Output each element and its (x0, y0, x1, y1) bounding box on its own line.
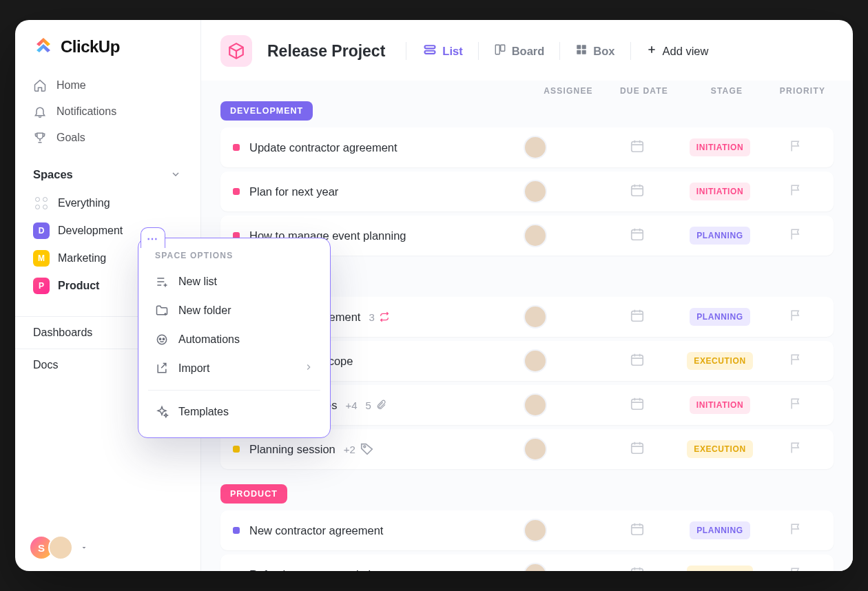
task-row[interactable]: Update contractor agreement INITIATION (220, 127, 834, 167)
primary-nav: Home Notifications Goals (15, 70, 200, 158)
svg-rect-7 (582, 50, 586, 54)
group-pill[interactable]: DEVELOPMENT (220, 101, 313, 121)
assignee-avatar[interactable] (524, 519, 547, 542)
assignee-avatar[interactable] (524, 393, 547, 417)
due-date-placeholder[interactable] (599, 566, 675, 571)
view-tab-board[interactable]: Board (493, 41, 546, 61)
task-group: PRODUCT New contractor agreement PLANNIN… (220, 484, 834, 571)
assignee-avatar[interactable] (524, 305, 547, 329)
task-row[interactable]: Refresh company website EXECUTION (220, 554, 834, 571)
list-view-icon (423, 43, 437, 59)
col-stage: STAGE (682, 86, 772, 96)
spaces-header[interactable]: Spaces (15, 158, 200, 187)
space-label: Development (58, 225, 123, 237)
space-chip: P (33, 278, 50, 294)
popover-new-list[interactable]: New list (145, 267, 323, 296)
col-due-date: DUE DATE (606, 86, 682, 96)
box-view-icon (575, 43, 588, 59)
due-date-placeholder[interactable] (599, 396, 675, 414)
priority-placeholder[interactable] (765, 522, 827, 539)
svg-rect-13 (632, 400, 643, 410)
bell-icon (33, 105, 47, 118)
due-date-placeholder[interactable] (599, 308, 675, 326)
stage-badge[interactable]: INITIATION (690, 396, 750, 414)
nav-label: Home (56, 79, 86, 92)
task-tag-count: +2 (344, 442, 375, 457)
svg-rect-0 (425, 45, 435, 48)
task-title: Planning session (249, 443, 335, 456)
stage-badge[interactable]: PLANNING (690, 227, 750, 245)
task-tag-count: +4 (345, 400, 357, 411)
avatar (48, 535, 73, 560)
priority-placeholder[interactable] (765, 227, 827, 244)
stage-badge[interactable]: INITIATION (690, 183, 750, 200)
priority-placeholder[interactable] (765, 309, 827, 325)
col-priority: PRIORITY (772, 86, 834, 96)
priority-placeholder[interactable] (765, 353, 827, 369)
due-date-placeholder[interactable] (599, 440, 675, 458)
trophy-icon (33, 131, 47, 145)
stage-badge[interactable]: EXECUTION (687, 440, 752, 458)
assignee-avatar[interactable] (524, 437, 547, 461)
popover-automations[interactable]: Automations (145, 325, 323, 354)
stage-badge[interactable]: INITIATION (690, 138, 750, 156)
logo-text: ClickUp (61, 37, 120, 56)
group-pill[interactable]: PRODUCT (220, 484, 287, 504)
priority-placeholder[interactable] (765, 441, 827, 457)
nav-home[interactable]: Home (23, 72, 192, 98)
svg-rect-9 (632, 186, 643, 196)
status-dot (233, 188, 240, 195)
folder-add-icon (155, 304, 169, 318)
add-view-button[interactable]: Add view (645, 41, 710, 61)
view-tab-box[interactable]: Box (574, 41, 616, 61)
chevron-right-icon (304, 362, 313, 375)
user-switcher[interactable]: S (15, 524, 200, 571)
svg-rect-12 (632, 355, 643, 366)
due-date-placeholder[interactable] (599, 521, 675, 539)
col-assignee: ASSIGNEE (530, 86, 606, 96)
grid-dots-icon (33, 195, 50, 211)
svg-point-21 (163, 338, 164, 340)
priority-placeholder[interactable] (765, 139, 827, 156)
task-group: DEVELOPMENT Update contractor agreement … (220, 101, 834, 256)
stage-badge[interactable]: PLANNING (690, 521, 750, 539)
svg-point-19 (157, 335, 166, 344)
column-headers: ASSIGNEE DUE DATE STAGE PRIORITY (220, 81, 834, 101)
popover-import[interactable]: Import (145, 354, 323, 383)
space-options-trigger[interactable]: ⋯ (141, 227, 165, 248)
due-date-placeholder[interactable] (599, 227, 675, 245)
stage-badge[interactable]: EXECUTION (687, 566, 752, 571)
due-date-placeholder[interactable] (599, 352, 675, 370)
view-tab-list[interactable]: List (422, 40, 464, 62)
task-row[interactable]: Plan for next year INITIATION (220, 172, 834, 211)
list-add-icon (155, 275, 169, 289)
task-attachments: 5 (366, 400, 386, 411)
nav-goals[interactable]: Goals (23, 125, 192, 151)
popover-new-folder[interactable]: New folder (145, 296, 323, 325)
plus-icon (646, 44, 657, 58)
assignee-avatar[interactable] (524, 180, 547, 203)
priority-placeholder[interactable] (765, 566, 827, 571)
stage-badge[interactable]: PLANNING (690, 308, 750, 326)
priority-placeholder[interactable] (765, 397, 827, 413)
space-everything[interactable]: Everything (23, 189, 192, 217)
svg-rect-11 (632, 311, 643, 322)
task-row[interactable]: New contractor agreement PLANNING (220, 510, 834, 550)
nav-notifications[interactable]: Notifications (23, 98, 192, 125)
status-dot (233, 446, 240, 453)
assignee-avatar[interactable] (524, 224, 547, 247)
space-options-popover: SPACE OPTIONS New list New folder Automa… (138, 238, 331, 438)
due-date-placeholder[interactable] (599, 138, 675, 156)
project-title: Release Project (267, 42, 385, 61)
stage-badge[interactable]: EXECUTION (687, 352, 752, 370)
ellipsis-icon: ⋯ (147, 233, 159, 245)
svg-rect-2 (495, 45, 499, 54)
logo[interactable]: ClickUp (15, 20, 200, 70)
assignee-avatar[interactable] (524, 349, 547, 373)
assignee-avatar[interactable] (524, 563, 547, 571)
assignee-avatar[interactable] (524, 136, 547, 159)
popover-templates[interactable]: Templates (145, 397, 323, 426)
svg-rect-3 (500, 45, 504, 51)
due-date-placeholder[interactable] (599, 183, 675, 200)
priority-placeholder[interactable] (765, 183, 827, 200)
